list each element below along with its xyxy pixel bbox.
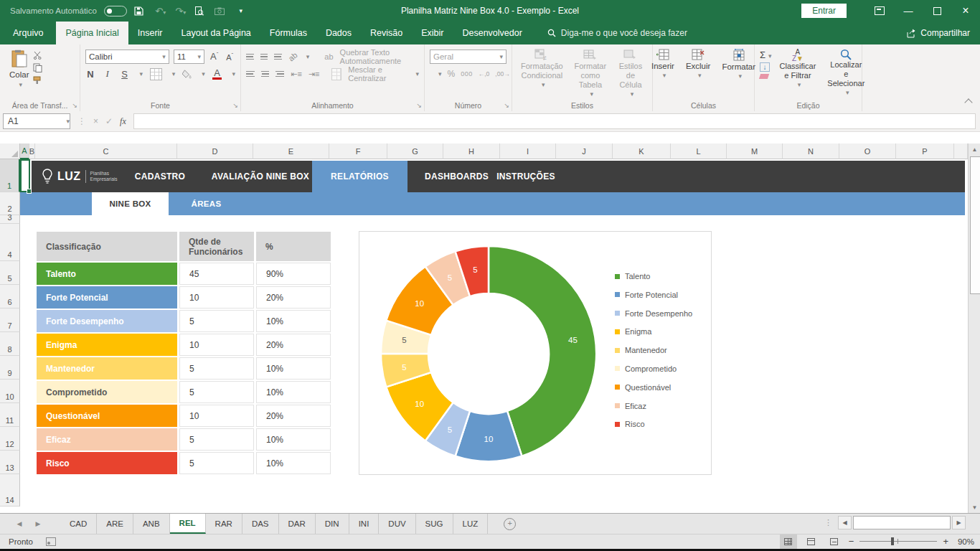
row-header-10[interactable]: 10 (0, 380, 20, 403)
pct-cell-eficaz[interactable]: 10% (256, 428, 331, 451)
selected-cell-a1[interactable] (20, 159, 30, 192)
wrap-text-button[interactable]: Quebrar Texto Automaticamente (340, 48, 419, 65)
column-header-m[interactable]: M (727, 143, 783, 159)
row-header-5[interactable]: 5 (0, 261, 20, 285)
classification-cell-risco[interactable]: Risco (37, 452, 177, 474)
ribbon-tab-layout-da-pagina[interactable]: Layout da Página (171, 22, 260, 44)
scroll-left-icon[interactable]: ◀ (838, 516, 852, 529)
sheet-tab-are[interactable]: ARE (97, 514, 133, 534)
row-header-6[interactable]: 6 (0, 285, 20, 309)
grow-font-icon[interactable]: Aˆ (209, 51, 220, 62)
align-center-icon[interactable] (261, 71, 270, 77)
ribbon-tab-revisao[interactable]: Revisão (361, 22, 412, 44)
find-select-button[interactable]: Localizar e Selecionar▾ (824, 48, 868, 98)
column-header-k[interactable]: K (613, 143, 671, 159)
sheet-tab-luz[interactable]: LUZ (453, 514, 489, 534)
row-header-4[interactable]: 4 (0, 224, 20, 261)
qty-cell-mantenedor[interactable]: 5 (179, 357, 254, 380)
ribbon-tab-exibir[interactable]: Exibir (412, 22, 453, 44)
sheet-tab-das[interactable]: DAS (242, 514, 279, 534)
increase-decimal-icon[interactable]: ←,0 (479, 70, 490, 77)
row-header-3[interactable]: 3 (0, 215, 20, 224)
font-color-icon[interactable]: A (212, 69, 222, 80)
column-header-g[interactable]: G (387, 143, 443, 159)
vertical-scrollbar[interactable]: ▲ ▼ (968, 143, 980, 513)
qty-cell-forte-desempenho[interactable]: 5 (179, 310, 254, 332)
classification-cell-questionavel[interactable]: Questionável (37, 405, 177, 427)
row-header-7[interactable]: 7 (0, 309, 20, 332)
row-header-9[interactable]: 9 (0, 356, 20, 380)
ribbon-tab-desenvolvedor[interactable]: Desenvolvedor (453, 22, 531, 44)
row-header-2[interactable]: 2 (0, 192, 20, 215)
fill-color-dropdown-icon[interactable]: ▾ (202, 70, 205, 77)
pct-cell-mantenedor[interactable]: 10% (256, 357, 331, 380)
wrap-text-icon[interactable]: ab (324, 52, 333, 61)
classification-cell-comprometido[interactable]: Comprometido (37, 381, 177, 403)
nav-item-cadastro[interactable]: CADASTRO (129, 161, 191, 192)
font-color-dropdown-icon[interactable]: ▾ (232, 70, 235, 77)
horizontal-scrollbar[interactable]: ⋮ ◀ ▶ (824, 516, 966, 529)
sheet-tab-anb[interactable]: ANB (133, 514, 170, 534)
column-header-e[interactable]: E (253, 143, 329, 159)
prev-sheet-icon[interactable]: ◀ (10, 514, 29, 534)
delete-cells-button[interactable]: Excluir▾ (681, 48, 716, 100)
pct-cell-risco[interactable]: 10% (256, 452, 331, 474)
align-right-icon[interactable] (275, 71, 284, 77)
orientation-icon[interactable]: ab (286, 50, 298, 62)
legend-item-mantenedor[interactable]: Mantenedor (615, 344, 692, 356)
cut-icon[interactable] (33, 51, 42, 60)
paste-dropdown-icon[interactable]: ▾ (19, 81, 22, 88)
underline-dropdown-icon[interactable]: ▾ (139, 70, 143, 77)
name-box[interactable]: A1▾ (3, 113, 70, 129)
column-header-o[interactable]: O (839, 143, 896, 159)
sheet-tab-rar[interactable]: RAR (206, 514, 242, 534)
row-header-14[interactable]: 14 (0, 474, 20, 507)
pct-cell-enigma[interactable]: 20% (256, 334, 331, 356)
pct-cell-forte-desempenho[interactable]: 10% (256, 310, 331, 332)
qat-customize-icon[interactable]: ▾ (235, 7, 248, 14)
minimize-button[interactable]: — (894, 0, 923, 22)
classification-cell-talento[interactable]: Talento (37, 263, 177, 285)
scroll-down-icon[interactable]: ▼ (969, 501, 980, 513)
legend-item-forte-desempenho[interactable]: Forte Desempenho (615, 308, 692, 319)
nav-item-instrucoes[interactable]: INSTRUÇÕES (491, 161, 560, 192)
decrease-indent-icon[interactable]: ⇤≡ (291, 70, 302, 79)
legend-item-enigma[interactable]: Enigma (615, 326, 692, 337)
number-dialog-launcher-icon[interactable]: ↘ (504, 102, 509, 109)
next-sheet-icon[interactable]: ▶ (29, 514, 47, 534)
column-header-f[interactable]: F (329, 143, 387, 159)
classification-cell-mantenedor[interactable]: Mantenedor (37, 357, 177, 380)
page-break-view-button[interactable] (826, 534, 843, 549)
zoom-out-icon[interactable]: − (849, 536, 854, 547)
font-name-select[interactable]: Calibri▾ (85, 50, 169, 64)
ribbon-tab-pagina-inicial[interactable]: Página Inicial (56, 22, 128, 44)
redo-icon[interactable]: ↷▾ (174, 6, 187, 17)
qty-cell-talento[interactable]: 45 (179, 263, 254, 285)
italic-button[interactable]: I (103, 68, 113, 80)
nav-item-relatorios[interactable]: RELATÓRIOS (312, 161, 407, 192)
zoom-level[interactable]: 90% (954, 537, 974, 546)
macro-record-icon[interactable] (46, 537, 56, 546)
column-header-n[interactable]: N (783, 143, 839, 159)
insert-function-icon[interactable]: fx (120, 116, 126, 127)
column-header-i[interactable]: I (500, 143, 556, 159)
pct-cell-forte-potencial[interactable]: 20% (256, 286, 331, 309)
row-header-11[interactable]: 11 (0, 403, 20, 427)
clipboard-dialog-launcher-icon[interactable]: ↘ (72, 102, 77, 109)
copy-icon[interactable] (33, 63, 42, 72)
print-preview-icon[interactable] (194, 6, 207, 16)
decrease-decimal-icon[interactable]: ,00→ (495, 70, 509, 77)
sheet-tab-cad[interactable]: CAD (60, 514, 97, 534)
format-painter-icon[interactable] (33, 76, 42, 85)
autosave-toggle[interactable] (104, 6, 127, 17)
comma-style-icon[interactable]: 000 (461, 70, 473, 77)
conditional-formatting-button[interactable]: ≠ Formatação Condicional▾ (517, 48, 567, 100)
align-middle-icon[interactable] (260, 54, 268, 60)
sheet-tab-rel[interactable]: REL (170, 514, 206, 534)
autosum-icon[interactable]: Σ▾ (760, 50, 772, 60)
formula-input[interactable] (133, 113, 976, 129)
pct-cell-questionavel[interactable]: 20% (256, 405, 331, 427)
table-header-qtde-de-funcionarios[interactable]: Qtde de Funcionários (179, 232, 254, 261)
collapse-ribbon-icon[interactable] (964, 98, 972, 106)
classification-cell-eficaz[interactable]: Eficaz (37, 428, 177, 451)
